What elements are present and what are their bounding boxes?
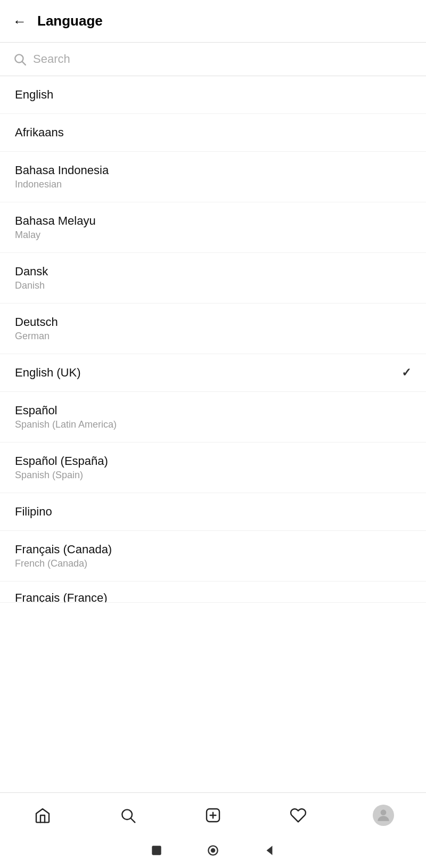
language-sub-espanol-espana: Spanish (Spain) — [15, 470, 411, 481]
language-sub-bahasa-indonesia: Indonesian — [15, 179, 411, 190]
system-bar — [0, 835, 426, 868]
language-name-bahasa-indonesia: Bahasa Indonesia — [15, 163, 411, 177]
bottom-nav — [0, 792, 426, 835]
nav-search[interactable] — [112, 803, 144, 828]
svg-point-10 — [211, 848, 216, 853]
language-item-afrikaans[interactable]: Afrikaans — [0, 114, 426, 152]
language-sub-deutsch: German — [15, 331, 411, 342]
language-name-english-uk: English (UK) — [15, 366, 402, 380]
language-name-espanol-espana: Español (España) — [15, 454, 411, 468]
language-name-dansk: Dansk — [15, 265, 411, 279]
language-name-francais-france: Français (France) — [15, 591, 411, 603]
language-name-afrikaans: Afrikaans — [15, 126, 411, 140]
avatar — [373, 805, 394, 826]
language-name-english: English — [15, 88, 411, 102]
svg-line-3 — [131, 818, 135, 822]
page-title: Language — [37, 13, 103, 29]
language-item-bahasa-indonesia[interactable]: Bahasa IndonesiaIndonesian — [0, 152, 426, 202]
svg-line-1 — [22, 62, 26, 65]
language-item-deutsch[interactable]: DeutschGerman — [0, 304, 426, 354]
language-name-espanol: Español — [15, 404, 411, 417]
system-circle-button[interactable] — [206, 844, 220, 857]
language-item-filipino[interactable]: Filipino — [0, 493, 426, 531]
selected-checkmark: ✓ — [402, 366, 411, 380]
language-sub-francais-canada: French (Canada) — [15, 558, 411, 569]
language-item-english-uk[interactable]: English (UK)✓ — [0, 354, 426, 392]
svg-point-7 — [381, 809, 387, 815]
header: ← Language — [0, 0, 426, 43]
nav-add[interactable] — [197, 803, 229, 828]
nav-heart[interactable] — [282, 803, 314, 828]
search-bar — [0, 43, 426, 76]
search-input[interactable] — [33, 52, 413, 66]
language-item-espanol-espana[interactable]: Español (España)Spanish (Spain) — [0, 443, 426, 493]
language-sub-espanol: Spanish (Latin America) — [15, 419, 411, 430]
language-item-english[interactable]: English — [0, 76, 426, 114]
svg-rect-8 — [152, 846, 161, 855]
language-item-bahasa-melayu[interactable]: Bahasa MelayuMalay — [0, 202, 426, 253]
language-item-francais-france[interactable]: Français (France) — [0, 582, 426, 603]
language-item-francais-canada[interactable]: Français (Canada)French (Canada) — [0, 531, 426, 582]
nav-home[interactable] — [27, 803, 59, 828]
system-square-button[interactable] — [150, 844, 163, 857]
language-name-deutsch: Deutsch — [15, 315, 411, 329]
nav-profile[interactable] — [367, 803, 399, 828]
language-name-filipino: Filipino — [15, 505, 411, 519]
search-icon — [13, 52, 27, 66]
language-item-dansk[interactable]: DanskDanish — [0, 253, 426, 304]
system-back-button[interactable] — [263, 844, 276, 857]
language-name-francais-canada: Français (Canada) — [15, 543, 411, 556]
svg-marker-11 — [267, 846, 273, 855]
language-sub-bahasa-melayu: Malay — [15, 230, 411, 241]
language-name-bahasa-melayu: Bahasa Melayu — [15, 214, 411, 228]
language-item-espanol[interactable]: EspañolSpanish (Latin America) — [0, 392, 426, 443]
language-sub-dansk: Danish — [15, 280, 411, 291]
back-button[interactable]: ← — [13, 14, 27, 28]
language-list: EnglishAfrikaansBahasa IndonesiaIndonesi… — [0, 76, 426, 792]
